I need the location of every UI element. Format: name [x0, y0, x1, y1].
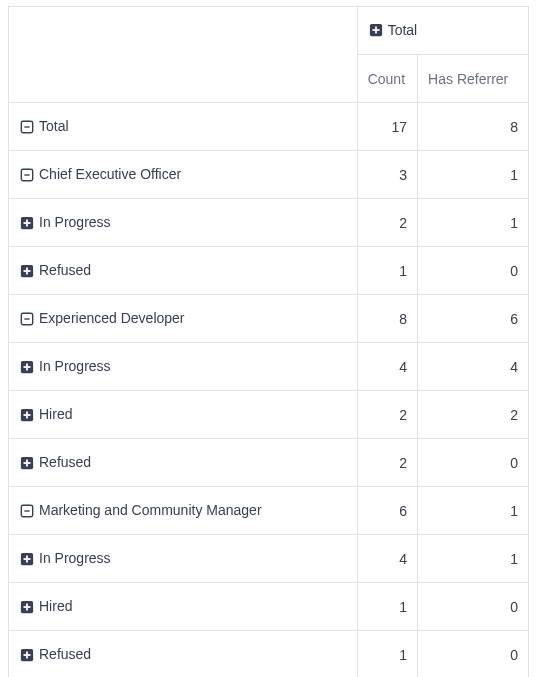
cell-count: 1: [357, 247, 417, 295]
cell-has-referrer: 1: [418, 535, 529, 583]
table-row: Refused10: [9, 631, 529, 678]
svg-rect-9: [26, 220, 28, 227]
minus-square-icon[interactable]: [19, 167, 35, 183]
column-header-has-referrer[interactable]: Has Referrer: [418, 55, 529, 103]
table-row: Refused20: [9, 439, 529, 487]
table-row: In Progress21: [9, 199, 529, 247]
plus-square-icon[interactable]: [19, 455, 35, 471]
column-group-label: Total: [388, 22, 418, 38]
cell-count: 2: [357, 439, 417, 487]
svg-rect-17: [26, 364, 28, 371]
cell-has-referrer: 2: [418, 391, 529, 439]
svg-rect-34: [26, 652, 28, 659]
plus-square-icon[interactable]: [19, 599, 35, 615]
cell-has-referrer: 0: [418, 631, 529, 678]
row-label-cell[interactable]: Experienced Developer: [9, 295, 358, 343]
row-label-text: Refused: [39, 646, 91, 662]
row-label-text: Chief Executive Officer: [39, 166, 181, 182]
cell-has-referrer: 1: [418, 487, 529, 535]
row-label-cell[interactable]: In Progress: [9, 199, 358, 247]
cell-count: 1: [357, 631, 417, 678]
pivot-table: Total Count Has Referrer Total178Chief E…: [8, 6, 529, 677]
row-label-text: Refused: [39, 454, 91, 470]
cell-count: 4: [357, 535, 417, 583]
plus-square-icon[interactable]: [19, 263, 35, 279]
cell-count: 2: [357, 391, 417, 439]
row-label-cell[interactable]: Total: [9, 103, 358, 151]
plus-square-icon[interactable]: [368, 22, 384, 38]
cell-has-referrer: 1: [418, 151, 529, 199]
column-header-count[interactable]: Count: [357, 55, 417, 103]
table-row: Marketing and Community Manager61: [9, 487, 529, 535]
table-row: Total178: [9, 103, 529, 151]
cell-count: 1: [357, 583, 417, 631]
row-label-cell[interactable]: In Progress: [9, 535, 358, 583]
svg-rect-31: [26, 604, 28, 611]
plus-square-icon[interactable]: [19, 407, 35, 423]
row-label-cell[interactable]: In Progress: [9, 343, 358, 391]
row-label-text: In Progress: [39, 358, 111, 374]
svg-rect-28: [26, 556, 28, 563]
svg-rect-2: [375, 26, 377, 33]
svg-rect-20: [26, 412, 28, 419]
row-label-cell[interactable]: Marketing and Community Manager: [9, 487, 358, 535]
row-label-text: In Progress: [39, 550, 111, 566]
row-label-cell[interactable]: Hired: [9, 391, 358, 439]
cell-has-referrer: 0: [418, 583, 529, 631]
row-label-cell[interactable]: Refused: [9, 631, 358, 678]
cell-count: 2: [357, 199, 417, 247]
svg-rect-12: [26, 268, 28, 275]
row-label-text: Total: [39, 118, 69, 134]
table-row: Hired10: [9, 583, 529, 631]
row-label-cell[interactable]: Hired: [9, 583, 358, 631]
row-label-text: Hired: [39, 598, 72, 614]
minus-square-icon[interactable]: [19, 311, 35, 327]
table-row: Hired22: [9, 391, 529, 439]
row-label-text: Marketing and Community Manager: [39, 502, 262, 518]
cell-count: 8: [357, 295, 417, 343]
row-label-cell[interactable]: Refused: [9, 439, 358, 487]
table-row: In Progress44: [9, 343, 529, 391]
table-row: Refused10: [9, 247, 529, 295]
cell-has-referrer: 0: [418, 439, 529, 487]
cell-has-referrer: 0: [418, 247, 529, 295]
row-label-text: In Progress: [39, 214, 111, 230]
row-label-text: Experienced Developer: [39, 310, 185, 326]
plus-square-icon[interactable]: [19, 551, 35, 567]
minus-square-icon[interactable]: [19, 119, 35, 135]
plus-square-icon[interactable]: [19, 215, 35, 231]
column-group-header[interactable]: Total: [357, 7, 528, 55]
cell-count: 3: [357, 151, 417, 199]
row-label-cell[interactable]: Refused: [9, 247, 358, 295]
table-row: Experienced Developer86: [9, 295, 529, 343]
row-label-text: Hired: [39, 406, 72, 422]
table-row: Chief Executive Officer31: [9, 151, 529, 199]
cell-has-referrer: 4: [418, 343, 529, 391]
minus-square-icon[interactable]: [19, 503, 35, 519]
table-row: In Progress41: [9, 535, 529, 583]
plus-square-icon[interactable]: [19, 647, 35, 663]
cell-has-referrer: 1: [418, 199, 529, 247]
cell-count: 17: [357, 103, 417, 151]
plus-square-icon[interactable]: [19, 359, 35, 375]
cell-has-referrer: 8: [418, 103, 529, 151]
cell-count: 6: [357, 487, 417, 535]
row-header-blank: [9, 7, 358, 103]
svg-rect-23: [26, 460, 28, 467]
cell-count: 4: [357, 343, 417, 391]
row-label-text: Refused: [39, 262, 91, 278]
cell-has-referrer: 6: [418, 295, 529, 343]
row-label-cell[interactable]: Chief Executive Officer: [9, 151, 358, 199]
